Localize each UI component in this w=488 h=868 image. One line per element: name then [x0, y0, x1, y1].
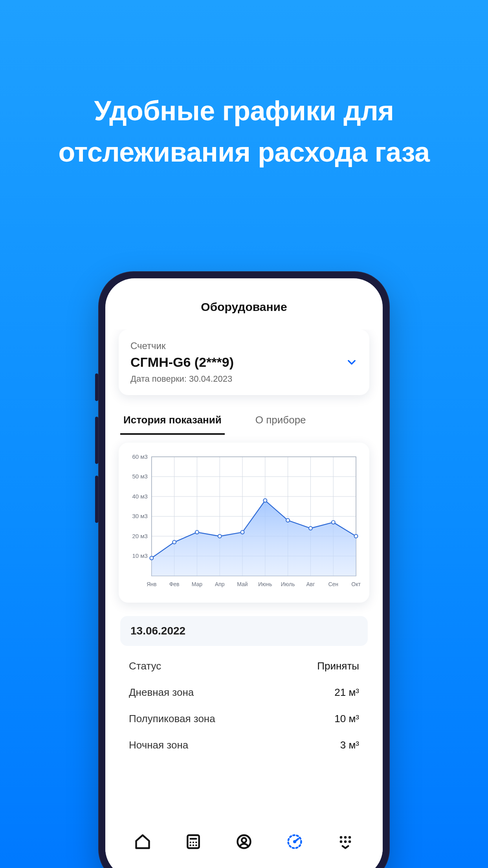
usage-chart-card: 10 м320 м330 м340 м350 м360 м3ЯнвФевМарА… [119, 443, 369, 603]
svg-point-56 [340, 836, 343, 839]
content-area: Счетчик СГМН-G6 (2***9) Дата поверки: 30… [105, 329, 383, 818]
svg-text:10 м3: 10 м3 [132, 552, 147, 559]
bottom-nav [105, 818, 383, 868]
reading-date: 13.06.2022 [120, 616, 368, 646]
phone-side-button [95, 373, 98, 401]
svg-point-24 [172, 541, 176, 544]
svg-text:Сен: Сен [328, 581, 338, 587]
svg-point-26 [218, 534, 222, 538]
nav-profile[interactable] [230, 829, 258, 856]
meter-verification: Дата поверки: 30.04.2023 [130, 374, 358, 384]
gauge-icon [286, 833, 303, 852]
svg-text:Фев: Фев [169, 581, 180, 587]
reading-details: СтатусПринятыДневная зона21 м³Полупикова… [119, 653, 369, 758]
detail-value: 21 м³ [334, 686, 359, 699]
svg-point-60 [344, 840, 347, 843]
svg-text:20 м3: 20 м3 [132, 533, 147, 539]
tab-history[interactable]: История показаний [120, 408, 225, 435]
svg-text:Июль: Июль [281, 581, 295, 587]
detail-value: 3 м³ [340, 739, 359, 751]
meter-selector-card[interactable]: Счетчик СГМН-G6 (2***9) Дата поверки: 30… [119, 329, 369, 395]
svg-point-25 [195, 530, 199, 534]
phone-side-button [95, 417, 98, 464]
nav-home[interactable] [129, 829, 156, 856]
svg-point-28 [263, 499, 267, 502]
more-grid-icon [337, 833, 354, 852]
svg-text:Янв: Янв [147, 581, 156, 587]
svg-text:Июнь: Июнь [258, 581, 272, 587]
detail-value: 10 м³ [334, 713, 359, 725]
detail-label: Статус [129, 660, 161, 672]
detail-row: Ночная зона3 м³ [119, 732, 369, 758]
svg-point-23 [150, 556, 153, 560]
nav-more[interactable] [332, 829, 359, 856]
svg-text:Май: Май [237, 581, 248, 587]
phone-mockup: Оборудование Счетчик СГМН-G6 (2***9) Дат… [98, 271, 390, 868]
nav-calculator[interactable] [180, 829, 207, 856]
svg-text:30 м3: 30 м3 [132, 513, 147, 519]
page-title: Оборудование [105, 278, 383, 329]
svg-line-55 [295, 839, 298, 841]
detail-row: СтатусПриняты [119, 653, 369, 679]
phone-side-button [95, 476, 98, 523]
svg-text:Окт: Окт [351, 581, 361, 587]
svg-point-30 [309, 526, 312, 530]
svg-point-61 [349, 840, 351, 843]
svg-text:Мар: Мар [192, 581, 203, 587]
meter-label: Счетчик [130, 340, 358, 351]
svg-text:Апр: Апр [215, 581, 225, 587]
detail-label: Полупиковая зона [129, 713, 215, 725]
promo-headline: Удобные графики для отслеживания расхода… [0, 90, 488, 173]
app-screen: Оборудование Счетчик СГМН-G6 (2***9) Дат… [105, 278, 383, 868]
svg-point-59 [340, 840, 343, 843]
svg-point-58 [349, 836, 351, 839]
meter-name: СГМН-G6 (2***9) [130, 355, 358, 370]
home-icon [134, 833, 151, 852]
detail-label: Дневная зона [129, 686, 194, 699]
detail-row: Дневная зона21 м³ [119, 679, 369, 706]
svg-point-52 [242, 838, 246, 842]
svg-point-32 [354, 534, 358, 538]
profile-icon [235, 833, 253, 852]
tab-about[interactable]: О приборе [252, 408, 309, 435]
tabs: История показаний О приборе [119, 408, 369, 435]
svg-point-57 [344, 836, 347, 839]
svg-point-29 [286, 519, 290, 522]
calculator-icon [185, 833, 202, 852]
detail-value: Приняты [317, 660, 359, 672]
detail-label: Ночная зона [129, 739, 188, 751]
svg-text:40 м3: 40 м3 [132, 493, 147, 500]
chevron-down-icon[interactable] [345, 355, 358, 369]
svg-text:50 м3: 50 м3 [132, 473, 147, 480]
svg-text:Авг: Авг [306, 581, 315, 587]
detail-row: Полупиковая зона10 м³ [119, 706, 369, 732]
nav-meter[interactable] [281, 829, 308, 856]
usage-chart: 10 м320 м330 м340 м350 м360 м3ЯнвФевМарА… [127, 453, 361, 594]
svg-point-27 [241, 530, 244, 534]
svg-point-31 [332, 520, 335, 524]
svg-text:60 м3: 60 м3 [132, 453, 147, 460]
